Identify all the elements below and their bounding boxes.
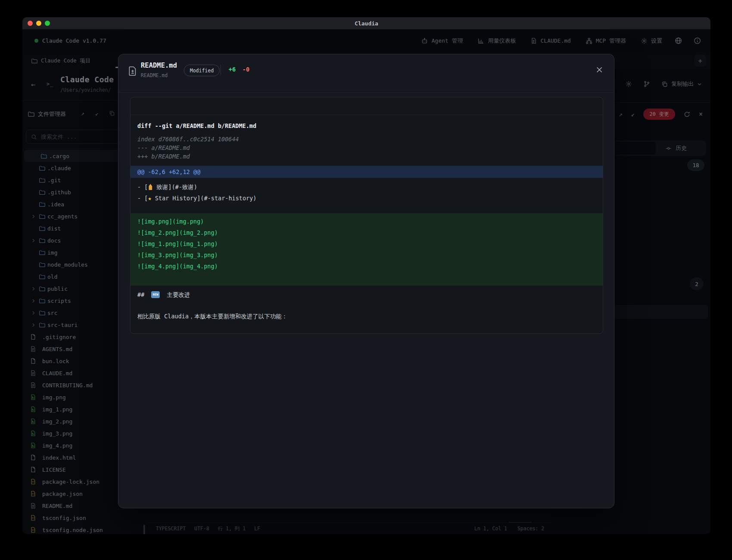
divider xyxy=(220,65,221,75)
diff-modal-header: README.md README.md Modified +6 -0 xyxy=(118,54,614,93)
diff-heading-line: ## NEW 主要改进 xyxy=(130,289,603,300)
diff-file-subtitle: README.md xyxy=(141,72,167,78)
new-emoji: NEW xyxy=(151,291,160,298)
macos-titlebar: Claudia xyxy=(22,17,710,29)
modified-badge: Modified xyxy=(184,65,220,76)
file-diff-icon xyxy=(127,65,138,77)
diff-added-line: ![img_1.png](img_1.png) xyxy=(130,238,603,249)
diff-added-lines: ![img.png](img.png)![img_2.png](img_2.pn… xyxy=(130,213,603,286)
diff-panel: diff --git a/README.md b/README.md index… xyxy=(130,97,603,334)
diff-panel-header xyxy=(130,97,603,115)
pray-hands-emoji xyxy=(148,184,153,190)
star-emoji: ★ xyxy=(148,195,151,202)
diff-added-line: ![img_2.png](img_2.png) xyxy=(130,227,603,238)
deletions-count: -0 xyxy=(242,66,249,73)
diff-added-line xyxy=(130,272,603,283)
diff-meta-lines: index d76086f..c0c2514 100644--- a/READM… xyxy=(130,135,603,161)
diff-context-line: - [★ Star History](#-star-history) xyxy=(130,193,603,204)
diff-modal: README.md README.md Modified +6 -0 diff … xyxy=(118,54,614,508)
diff-added-line: ![img_3.png](img_3.png) xyxy=(130,249,603,261)
diff-hunk-header: @@ -62,6 +62,12 @@ xyxy=(130,166,603,178)
diff-added-line: ![img.png](img.png) xyxy=(130,216,603,227)
window-title: Claudia xyxy=(22,20,710,27)
diff-added-line: ![img_4.png](img_4.png) xyxy=(130,261,603,272)
close-modal-button[interactable] xyxy=(596,66,603,73)
diff-context-line: - [ 致谢](#-致谢) xyxy=(130,181,603,193)
close-icon xyxy=(596,66,603,73)
app-window: Claudia Claude Code v1.0.77 Agent 管理 用量仪… xyxy=(22,17,710,534)
diff-meta-line: index d76086f..c0c2514 100644 xyxy=(130,135,603,143)
diff-meta-line: +++ b/README.md xyxy=(130,152,603,161)
additions-count: +6 xyxy=(229,66,236,73)
diff-context-lines: - [ 致谢](#-致谢)- [★ Star History](#-star-h… xyxy=(130,181,603,204)
diff-paragraph-line: 相比原版 Claudia，本版本主要新增和改进了以下功能： xyxy=(130,311,603,322)
diff-command-line: diff --git a/README.md b/README.md xyxy=(130,121,603,131)
diff-file-title: README.md xyxy=(141,62,177,69)
diff-meta-line: --- a/README.md xyxy=(130,143,603,152)
